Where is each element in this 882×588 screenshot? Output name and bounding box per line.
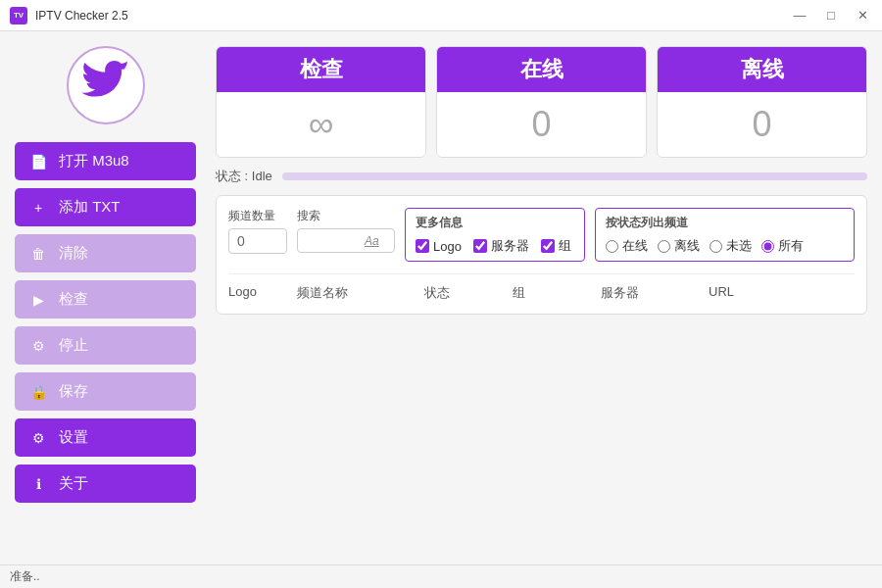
col-header-logo: Logo <box>228 284 287 302</box>
checkbox-server-label: 服务器 <box>491 237 529 255</box>
app-icon: TV <box>10 7 27 24</box>
radio-all[interactable]: 所有 <box>761 237 804 255</box>
bottom-status-text: 准备.. <box>10 569 40 583</box>
twitter-logo[interactable] <box>67 46 145 124</box>
offline-value: 0 <box>658 92 866 157</box>
radio-online-label: 在线 <box>622 237 648 255</box>
checkbox-group-label: 组 <box>559 237 571 255</box>
stats-row: 检查 ∞ 在线 0 离线 0 <box>216 46 867 158</box>
channel-count-label: 频道数量 <box>228 208 287 224</box>
right-panel: 检查 ∞ 在线 0 离线 0 状态 : Idle 频道数 <box>211 31 882 564</box>
sidebar: 📄 打开 M3u8 + 添加 TXT 🗑 清除 ▶ 检查 ⚙ 停止 🔒 保存 ⚙… <box>0 31 211 564</box>
info-icon: ℹ <box>29 476 47 492</box>
check-value: ∞ <box>217 92 425 157</box>
clear-button[interactable]: 🗑 清除 <box>15 234 196 272</box>
search-input-wrap[interactable]: Aa <box>297 228 395 253</box>
radio-online[interactable]: 在线 <box>606 237 648 255</box>
col-header-status: 状态 <box>424 284 503 302</box>
save-button[interactable]: 🔒 保存 <box>15 372 196 411</box>
more-info-checkboxes: Logo 服务器 组 <box>416 237 574 255</box>
radio-all-input[interactable] <box>761 240 774 253</box>
add-txt-button[interactable]: + 添加 TXT <box>15 188 196 226</box>
lock-icon: 🔒 <box>29 384 47 400</box>
col-header-url: URL <box>709 284 787 302</box>
close-button[interactable]: ✕ <box>853 8 872 23</box>
search-box: 搜索 Aa <box>297 208 395 253</box>
bottom-status-bar: 准备.. <box>0 564 882 588</box>
radio-offline-input[interactable] <box>658 240 670 253</box>
online-stat-card: 在线 0 <box>436 46 647 158</box>
more-info-box: 更多信息 Logo 服务器 组 <box>405 208 585 262</box>
add-icon: + <box>29 200 47 216</box>
controls-top-row: 频道数量 搜索 Aa 更多信息 <box>228 208 855 262</box>
search-label: 搜索 <box>297 208 395 224</box>
checkbox-logo-input[interactable] <box>416 239 429 253</box>
radio-offline[interactable]: 离线 <box>658 237 700 255</box>
checkbox-server[interactable]: 服务器 <box>473 237 529 255</box>
minimize-button[interactable]: — <box>790 8 809 23</box>
checkbox-logo-label: Logo <box>433 239 462 254</box>
maximize-button[interactable]: □ <box>821 8 841 23</box>
progress-bar <box>282 172 867 180</box>
checkbox-logo[interactable]: Logo <box>416 239 462 254</box>
about-button[interactable]: ℹ 关于 <box>15 465 196 503</box>
stop-button[interactable]: ⚙ 停止 <box>15 326 196 365</box>
channel-count-input[interactable] <box>228 228 287 254</box>
online-label: 在线 <box>437 47 646 92</box>
file-icon: 📄 <box>29 154 47 170</box>
window-controls: — □ ✕ <box>790 8 872 23</box>
check-button[interactable]: ▶ 检查 <box>15 280 196 318</box>
checkbox-group-input[interactable] <box>541 239 555 253</box>
table-header-row: Logo 频道名称 状态 组 服务器 URL <box>228 273 855 302</box>
col-header-name: 频道名称 <box>297 284 415 302</box>
open-m3u8-button[interactable]: 📄 打开 M3u8 <box>15 142 196 180</box>
filter-title: 按状态列出频道 <box>606 215 844 231</box>
filter-radios: 在线 离线 未选 所有 <box>606 237 844 255</box>
status-row: 状态 : Idle <box>216 168 867 185</box>
radio-unselected-label: 未选 <box>726 237 752 255</box>
offline-label: 离线 <box>658 47 866 92</box>
search-input[interactable] <box>306 233 360 248</box>
col-header-server: 服务器 <box>601 284 699 302</box>
play-icon: ▶ <box>29 292 47 308</box>
check-label: 检查 <box>217 47 425 92</box>
settings-button[interactable]: ⚙ 设置 <box>15 418 196 457</box>
check-stat-card: 检查 ∞ <box>216 46 426 158</box>
radio-offline-label: 离线 <box>674 237 700 255</box>
radio-unselected-input[interactable] <box>710 240 722 253</box>
search-font-icon: Aa <box>365 234 379 248</box>
radio-unselected[interactable]: 未选 <box>710 237 752 255</box>
settings-icon: ⚙ <box>29 430 47 446</box>
status-label: 状态 : Idle <box>216 168 272 185</box>
col-header-group: 组 <box>513 284 591 302</box>
trash-icon: 🗑 <box>29 246 47 262</box>
online-value: 0 <box>437 92 646 157</box>
controls-area: 频道数量 搜索 Aa 更多信息 <box>216 195 867 315</box>
radio-all-label: 所有 <box>778 237 804 255</box>
checkbox-group[interactable]: 组 <box>541 237 571 255</box>
title-bar: TV IPTV Checker 2.5 — □ ✕ <box>0 0 882 31</box>
offline-stat-card: 离线 0 <box>657 46 867 158</box>
main-content: 📄 打开 M3u8 + 添加 TXT 🗑 清除 ▶ 检查 ⚙ 停止 🔒 保存 ⚙… <box>0 31 882 564</box>
more-info-title: 更多信息 <box>416 215 574 231</box>
checkbox-server-input[interactable] <box>473 239 487 253</box>
radio-online-input[interactable] <box>606 240 618 253</box>
channel-count-box: 频道数量 <box>228 208 287 254</box>
gear-icon: ⚙ <box>29 338 47 354</box>
filter-box: 按状态列出频道 在线 离线 未选 <box>595 208 855 262</box>
app-title: IPTV Checker 2.5 <box>35 9 790 23</box>
